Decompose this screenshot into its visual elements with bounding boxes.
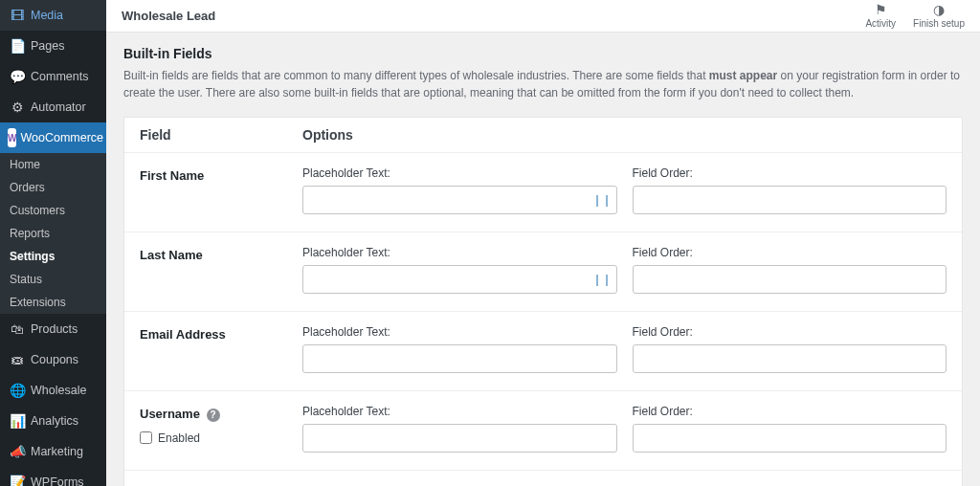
wpforms-icon: 📝 (8, 473, 27, 486)
sidebar-item-automator[interactable]: ⚙ Automator (0, 92, 106, 122)
fields-panel: Field Options First Name Placeholder Tex… (123, 117, 963, 486)
topbar: Wholesale Lead ⚑ Activity ◑ Finish setup (106, 0, 980, 33)
sidebar-item-label: Coupons (31, 353, 99, 366)
submenu-settings[interactable]: Settings (0, 245, 106, 268)
field-row-last-name: Last Name Placeholder Text: ❘❘ Field Ord… (124, 232, 962, 312)
activity-button[interactable]: ⚑ Activity (865, 2, 896, 30)
order-label: Field Order: (633, 166, 947, 180)
desc-text-1: Built-in fields are fields that are comm… (123, 69, 709, 82)
first-name-order-input[interactable] (633, 186, 947, 214)
placeholder-label: Placeholder Text: (302, 166, 617, 180)
sidebar-item-analytics[interactable]: 📊 Analytics (0, 406, 106, 436)
sidebar-item-marketing[interactable]: 📣 Marketing (0, 436, 106, 467)
finish-setup-button[interactable]: ◑ Finish setup (913, 2, 965, 30)
first-name-placeholder-input[interactable] (302, 186, 617, 214)
sidebar-item-label: Comments (31, 70, 99, 83)
placeholder-label: Placeholder Text: (302, 325, 617, 339)
media-icon: 🎞 (8, 6, 27, 25)
comments-icon: 💬 (8, 67, 27, 86)
username-order-input[interactable] (633, 424, 947, 453)
email-placeholder-input[interactable] (302, 344, 617, 373)
last-name-order-input[interactable] (633, 265, 947, 294)
column-field-header: Field (140, 127, 302, 143)
marketing-icon: 📣 (8, 442, 27, 461)
enabled-label: Enabled (158, 431, 200, 445)
sidebar-item-wpforms[interactable]: 📝 WPForms (0, 467, 106, 486)
sidebar-item-label: Wholesale (31, 384, 99, 397)
sidebar-item-label: Media (31, 9, 99, 22)
field-row-password: Password ? Enabled Required Placeholder … (124, 471, 962, 486)
panel-header: Field Options (124, 118, 962, 153)
pages-icon: 📄 (8, 36, 27, 55)
sidebar-item-label: Products (31, 322, 99, 336)
input-fill-icon[interactable]: ❘❘ (592, 273, 612, 286)
sidebar-item-label: Automator (31, 100, 99, 114)
finish-setup-label: Finish setup (913, 18, 965, 30)
analytics-icon: 📊 (8, 411, 27, 431)
submenu-home[interactable]: Home (0, 153, 106, 176)
field-label: First Name (140, 166, 302, 214)
products-icon: 🛍 (8, 320, 27, 339)
username-placeholder-input[interactable] (302, 424, 617, 453)
content: Built-in Fields Built-in fields are fiel… (106, 33, 980, 486)
username-label-text: Username (140, 407, 200, 421)
submenu-status[interactable]: Status (0, 268, 106, 291)
desc-must: must appear (709, 69, 777, 82)
admin-sidebar: 🎞 Media 📄 Pages 💬 Comments ⚙ Automator W… (0, 0, 106, 486)
wholesale-icon: 🌐 (8, 381, 27, 400)
field-label: Last Name (140, 246, 302, 294)
order-label: Field Order: (633, 325, 947, 339)
woocommerce-submenu: Home Orders Customers Reports Settings S… (0, 153, 106, 314)
placeholder-label: Placeholder Text: (302, 246, 617, 259)
page-title: Wholesale Lead (122, 9, 215, 23)
sidebar-item-label: Pages (31, 39, 99, 53)
sidebar-item-products[interactable]: 🛍 Products (0, 314, 106, 344)
sidebar-item-pages[interactable]: 📄 Pages (0, 31, 106, 61)
finish-setup-icon: ◑ (933, 2, 945, 18)
sidebar-item-label: WooCommerce (20, 131, 103, 144)
field-row-email: Email Address Placeholder Text: Field Or… (124, 312, 962, 391)
email-order-input[interactable] (633, 344, 947, 373)
automator-icon: ⚙ (8, 98, 27, 117)
help-icon[interactable]: ? (207, 409, 220, 422)
activity-label: Activity (865, 18, 896, 30)
field-row-username: Username ? Enabled Placeholder Text: Fie… (124, 391, 962, 471)
main-area: Wholesale Lead ⚑ Activity ◑ Finish setup… (106, 0, 980, 486)
order-label: Field Order: (633, 246, 947, 259)
sidebar-item-media[interactable]: 🎞 Media (0, 0, 106, 31)
field-row-first-name: First Name Placeholder Text: ❘❘ Field Or… (124, 153, 962, 232)
sidebar-item-comments[interactable]: 💬 Comments (0, 61, 106, 92)
submenu-orders[interactable]: Orders (0, 176, 106, 199)
sidebar-item-wholesale[interactable]: 🌐 Wholesale (0, 375, 106, 406)
woocommerce-icon: W (8, 128, 16, 147)
sidebar-item-woocommerce[interactable]: W WooCommerce (0, 122, 106, 153)
submenu-customers[interactable]: Customers (0, 199, 106, 222)
field-label: Username ? Enabled (140, 405, 302, 453)
username-enabled-input[interactable] (140, 431, 152, 444)
order-label: Field Order: (633, 405, 947, 418)
section-title: Built-in Fields (123, 46, 963, 61)
coupons-icon: 🎟 (8, 350, 27, 369)
section-description: Built-in fields are fields that are comm… (123, 67, 963, 101)
placeholder-label: Placeholder Text: (302, 405, 617, 418)
sidebar-item-label: Marketing (31, 445, 99, 458)
sidebar-item-label: Analytics (31, 414, 99, 428)
username-enabled-checkbox[interactable]: Enabled (140, 431, 200, 445)
last-name-placeholder-input[interactable] (302, 265, 617, 294)
activity-icon: ⚑ (875, 2, 887, 18)
submenu-reports[interactable]: Reports (0, 222, 106, 245)
sidebar-item-coupons[interactable]: 🎟 Coupons (0, 344, 106, 375)
sidebar-item-label: WPForms (31, 475, 99, 486)
field-label: Email Address (140, 325, 302, 373)
input-fill-icon[interactable]: ❘❘ (592, 193, 612, 207)
submenu-extensions[interactable]: Extensions (0, 291, 106, 314)
column-options-header: Options (302, 127, 353, 143)
